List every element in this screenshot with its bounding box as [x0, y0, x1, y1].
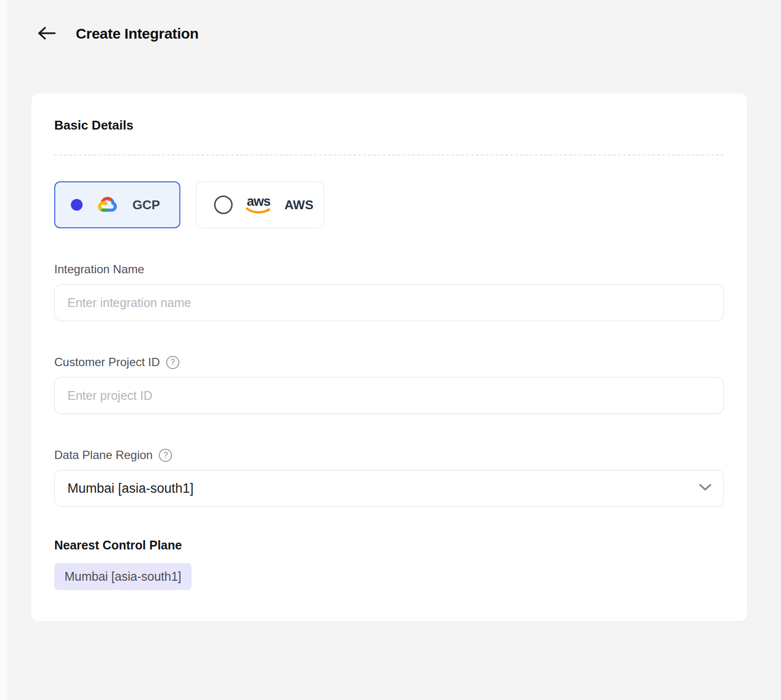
provider-label-aws: AWS — [284, 197, 313, 213]
dashed-divider — [54, 154, 724, 155]
customer-project-id-label: Customer Project ID — [54, 355, 160, 369]
provider-option-gcp[interactable]: GCP — [54, 181, 180, 228]
customer-project-id-input[interactable] — [54, 377, 724, 414]
google-cloud-logo-icon — [95, 195, 120, 215]
provider-option-aws[interactable]: aws AWS — [196, 181, 324, 228]
nearest-control-plane-section: Nearest Control Plane Mumbai [asia-south… — [54, 538, 724, 590]
chevron-down-icon — [699, 483, 712, 493]
integration-name-label: Integration Name — [54, 262, 144, 276]
data-plane-region-value: Mumbai [asia-south1] — [67, 481, 194, 496]
aws-logo-icon: aws — [245, 196, 272, 214]
provider-label-gcp: GCP — [132, 197, 160, 213]
nearest-control-plane-badge: Mumbai [asia-south1] — [54, 563, 192, 590]
page-header: Create Integration — [0, 22, 781, 45]
page-title: Create Integration — [76, 25, 198, 42]
integration-name-input[interactable] — [54, 284, 724, 321]
data-plane-region-select[interactable]: Mumbai [asia-south1] — [54, 470, 724, 507]
aws-smile-icon — [246, 207, 271, 214]
basic-details-card: Basic Details GCP aws — [31, 93, 748, 622]
arrow-left-icon — [37, 26, 56, 42]
create-integration-page: Create Integration Basic Details GCP — [0, 0, 781, 622]
data-plane-region-field: Data Plane Region ? Mumbai [asia-south1] — [54, 448, 724, 507]
nearest-control-plane-label: Nearest Control Plane — [54, 538, 724, 552]
data-plane-region-label: Data Plane Region — [54, 448, 152, 462]
help-icon[interactable]: ? — [159, 449, 172, 462]
header-divider — [29, 67, 753, 67]
aws-logo-text: aws — [247, 196, 270, 207]
help-icon[interactable]: ? — [166, 356, 179, 369]
radio-selected-icon[interactable] — [71, 199, 83, 211]
customer-project-id-field: Customer Project ID ? — [54, 355, 724, 414]
back-button[interactable] — [36, 25, 57, 43]
cloud-provider-options: GCP aws AWS — [54, 181, 724, 228]
integration-name-field: Integration Name — [54, 262, 724, 321]
radio-unselected-icon[interactable] — [214, 196, 233, 214]
section-title: Basic Details — [54, 118, 724, 133]
